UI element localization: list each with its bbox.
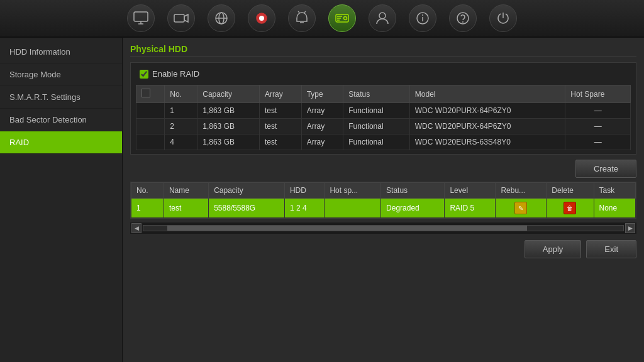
th-type: Type (301, 85, 343, 103)
row-type: Array (301, 119, 343, 134)
power-icon[interactable] (489, 4, 517, 32)
svg-point-9 (259, 16, 264, 21)
th-status: Status (343, 85, 410, 103)
raid-th-delete: Delete (547, 183, 594, 199)
sidebar-item-raid[interactable]: RAID (0, 131, 122, 154)
bottom-buttons: Apply Exit (130, 238, 636, 261)
th-hot-spare: Hot Spare (565, 85, 631, 103)
row-status: Functional (343, 119, 410, 134)
th-checkbox (136, 85, 165, 103)
raid-row-name: test (164, 199, 208, 218)
row-model: WDC WD20PURX-64P6ZY0 (409, 103, 565, 119)
row-status: Functional (343, 103, 410, 119)
row-type: Array (301, 134, 343, 150)
table-row: 4 1,863 GB test Array Functional WDC WD2… (136, 134, 631, 150)
horizontal-scrollbar: ◀ ▶ (130, 222, 636, 234)
raid-table: No. Name Capacity HDD Hot sp... Status L… (131, 182, 636, 218)
th-model: Model (409, 85, 565, 103)
row-type: Array (301, 103, 343, 119)
enable-raid-label: Enable RAID (152, 69, 199, 79)
raid-th-status: Status (381, 183, 445, 199)
row-no: 1 (165, 103, 197, 119)
row-no: 2 (165, 119, 197, 134)
section-title: Physical HDD (130, 44, 636, 57)
raid-th-hdd: HDD (284, 183, 325, 199)
row-status: Functional (343, 134, 410, 150)
enable-raid-checkbox[interactable] (140, 70, 148, 79)
svg-point-21 (422, 14, 423, 16)
hdd-active-icon[interactable] (328, 4, 356, 32)
raid-table-row: 1 test 5588/5588G 1 2 4 Degraded RAID 5 … (131, 199, 636, 218)
raid-th-hotspare: Hot sp... (325, 183, 381, 199)
raid-th-capacity: Capacity (209, 183, 285, 199)
row-model: WDC WD20EURS-63S48Y0 (409, 134, 565, 150)
create-button-row: Create (130, 160, 636, 178)
raid-th-level: Level (445, 183, 496, 199)
header-checkbox[interactable] (142, 89, 150, 97)
raid-row-capacity: 5588/5588G (209, 199, 285, 218)
exit-button[interactable]: Exit (586, 240, 636, 258)
table-row: 1 1,863 GB test Array Functional WDC WD2… (136, 103, 631, 119)
raid-row-hdd: 1 2 4 (284, 199, 325, 218)
table-row: 2 1,863 GB test Array Functional WDC WD2… (136, 119, 631, 134)
scroll-track[interactable] (143, 225, 624, 231)
row-checkbox-cell (136, 103, 165, 119)
camera-icon[interactable] (167, 4, 195, 32)
sidebar-item-bad-sector[interactable]: Bad Sector Detection (0, 109, 122, 131)
row-hot-spare: — (565, 134, 631, 150)
raid-table-wrapper: No. Name Capacity HDD Hot sp... Status L… (130, 182, 636, 219)
th-capacity: Capacity (197, 85, 260, 103)
record-icon[interactable] (248, 4, 275, 32)
svg-line-11 (298, 11, 299, 13)
main-layout: HDD Information Storage Mode S.M.A.R.T. … (0, 38, 644, 362)
raid-th-task: Task (594, 183, 636, 199)
row-array: test (260, 103, 302, 119)
help-icon[interactable] (449, 4, 477, 32)
sidebar-item-hdd-information[interactable]: HDD Information (0, 41, 122, 63)
raid-row-level: RAID 5 (445, 199, 496, 218)
svg-line-12 (304, 11, 306, 13)
row-capacity: 1,863 GB (197, 134, 260, 150)
create-button[interactable]: Create (575, 160, 636, 178)
raid-row-delete[interactable]: 🗑 (547, 199, 594, 218)
raid-row-rebuild[interactable]: ✎ (496, 199, 547, 218)
physical-hdd-panel: Enable RAID No. Capacity Array Type Stat… (130, 62, 636, 155)
th-array: Array (260, 85, 302, 103)
rebuild-icon[interactable]: ✎ (514, 202, 527, 214)
row-capacity: 1,863 GB (197, 119, 260, 134)
sidebar-item-storage-mode[interactable]: Storage Mode (0, 63, 122, 86)
content-area: Physical HDD Enable RAID No. Capacity Ar… (123, 38, 644, 362)
svg-marker-4 (184, 14, 188, 22)
account-icon[interactable] (369, 4, 396, 32)
th-no: No. (165, 85, 197, 103)
raid-row-no: 1 (131, 199, 164, 218)
scroll-left-arrow[interactable]: ◀ (131, 223, 142, 233)
scroll-thumb (167, 226, 527, 231)
sidebar-item-smart-settings[interactable]: S.M.A.R.T. Settings (0, 86, 122, 109)
apply-button[interactable]: Apply (525, 240, 582, 258)
alarm-icon[interactable] (288, 4, 316, 32)
svg-rect-3 (174, 14, 184, 22)
row-array: test (260, 134, 302, 150)
raid-row-status: Degraded (381, 199, 445, 218)
delete-icon[interactable]: 🗑 (564, 202, 576, 214)
sidebar: HDD Information Storage Mode S.M.A.R.T. … (0, 38, 123, 362)
svg-point-18 (379, 13, 386, 19)
physical-hdd-table: No. Capacity Array Type Status Model Hot… (136, 85, 631, 150)
scroll-right-arrow[interactable]: ▶ (625, 223, 635, 233)
network-icon[interactable] (208, 4, 235, 32)
raid-th-name: Name (164, 183, 208, 199)
row-hot-spare: — (565, 103, 631, 119)
raid-row-hotspare (325, 199, 381, 218)
svg-point-23 (462, 21, 464, 23)
row-no: 4 (165, 134, 197, 150)
raid-th-no: No. (131, 183, 164, 199)
row-model: WDC WD20PURX-64P6ZY0 (409, 119, 565, 134)
toolbar (0, 0, 644, 38)
info-icon[interactable] (409, 4, 436, 32)
enable-raid-row: Enable RAID (136, 67, 631, 81)
monitor-icon[interactable] (127, 4, 155, 32)
raid-row-task: None (594, 199, 636, 218)
row-capacity: 1,863 GB (197, 103, 260, 119)
row-checkbox-cell (136, 134, 165, 150)
